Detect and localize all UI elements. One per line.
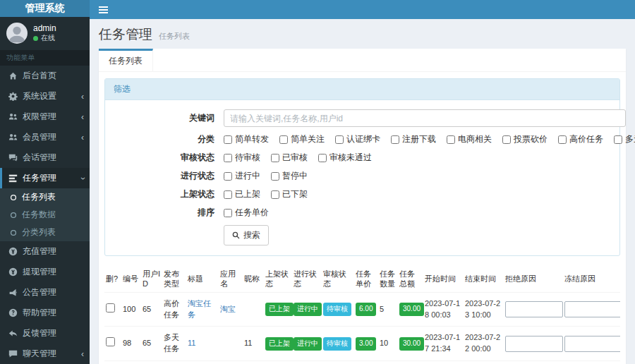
keyword-input[interactable] xyxy=(224,109,626,127)
sort-checkbox[interactable]: 任务单价 xyxy=(224,207,269,219)
sidebar-item-chat[interactable]: 聊天管理 ‹ xyxy=(0,344,90,364)
sidebar-toggle-button[interactable] xyxy=(90,0,117,19)
chevron-left-icon: ‹ xyxy=(81,112,84,122)
nickname xyxy=(243,292,264,327)
table-header-row: 删? 编号 用户ID 发布类型 标题 应用名 昵称 上架状态 进行状态 审核 xyxy=(104,266,620,292)
app-name-link[interactable]: 淘宝 xyxy=(220,305,236,313)
category-checkbox[interactable]: 投票砍价 xyxy=(502,133,548,145)
user-status: 在线 xyxy=(33,34,56,43)
sidebar-item-permissions[interactable]: 权限管理 ‹ xyxy=(0,107,90,127)
shelf-checkbox-group: 已上架 已下架 xyxy=(224,188,308,200)
shelf-status-badge: 已上架 xyxy=(265,337,294,351)
col-number: 编号 xyxy=(121,266,141,292)
table-row: 96 65 注册下载 测试下载任务 QQ 已上架 进行中 已审核 7.00 xyxy=(104,361,620,364)
tab-task-list[interactable]: 任务列表 xyxy=(99,49,153,71)
sidebar-item-members[interactable]: 会员管理 ‹ xyxy=(0,127,90,147)
app-name xyxy=(219,327,243,361)
keyword-label: 关键词 xyxy=(112,112,224,124)
online-dot-icon xyxy=(33,36,38,41)
table-row: 98 65 多天任务 11 11 已上架 进行中 待审核 3.00 xyxy=(104,327,620,361)
col-publish-type: 发布类型 xyxy=(162,266,186,292)
nickname: 11 xyxy=(243,327,264,361)
freeze-reason-input[interactable] xyxy=(564,301,620,317)
submenu-item-task-list[interactable]: 任务列表 xyxy=(0,188,90,206)
col-quantity: 任务数量 xyxy=(378,266,398,292)
progress-checkbox[interactable]: 暂停中 xyxy=(271,170,308,182)
chevron-left-icon: ‹ xyxy=(81,92,84,102)
col-freeze-reason: 冻结原因 xyxy=(563,266,620,292)
sidebar-item-recharge[interactable]: 充值管理 xyxy=(0,241,90,262)
sidebar-item-announcements[interactable]: 公告管理 xyxy=(0,282,90,303)
page-title: 任务管理 xyxy=(99,25,152,44)
sidebar-item-sessions[interactable]: 会话管理 xyxy=(0,147,90,168)
task-number: 100 xyxy=(121,292,141,327)
start-time: 2023-07-17 21:34 xyxy=(423,327,464,361)
chevron-down-icon: ‹ xyxy=(78,177,87,180)
shelf-checkbox[interactable]: 已上架 xyxy=(224,188,260,200)
task-title-link[interactable]: 11 xyxy=(188,339,195,347)
user-id: 65 xyxy=(141,361,162,364)
end-time: 2023-05-20 00:00 xyxy=(464,361,504,364)
page-subtitle: 任务列表 xyxy=(159,31,190,42)
submenu-item-category-list[interactable]: 分类列表 xyxy=(0,224,90,241)
freeze-reason-input[interactable] xyxy=(564,336,620,352)
submenu-item-task-data[interactable]: 任务数据 xyxy=(0,206,90,224)
start-time: 2023-07-18 00:03 xyxy=(423,292,464,327)
col-start-time: 开始时间 xyxy=(423,266,464,292)
end-time: 2023-07-22 00:00 xyxy=(464,327,504,361)
total-badge: 30.00 xyxy=(399,337,424,351)
sidebar-menu: 后台首页 系统设置 ‹ 权限管理 ‹ 会员管理 ‹ 会话管理 xyxy=(0,66,90,364)
reply-icon xyxy=(8,329,18,338)
category-checkbox-group: 简单转发 简单关注 认证绑卡 注册下载 电商相关 投票砍价 高价任务 多天任务 … xyxy=(224,133,635,145)
task-number: 98 xyxy=(121,327,141,361)
category-checkbox[interactable]: 注册下载 xyxy=(391,133,436,145)
category-checkbox[interactable]: 认证绑卡 xyxy=(335,133,380,145)
comments-icon xyxy=(8,153,18,162)
app-window: 管理系统 admin 在线 功能菜单 后台首页 xyxy=(0,0,635,364)
category-checkbox[interactable]: 简单关注 xyxy=(279,133,325,145)
category-checkbox[interactable]: 高价任务 xyxy=(558,133,603,145)
end-time: 2023-07-23 10:00 xyxy=(464,292,504,327)
category-checkbox[interactable]: 电商相关 xyxy=(447,133,492,145)
row-select-checkbox[interactable] xyxy=(106,303,115,313)
sidebar-section-label: 功能菜单 xyxy=(0,50,90,66)
category-checkbox[interactable]: 多天任务 xyxy=(614,133,635,145)
sidebar-item-tasks[interactable]: 任务管理 ‹ xyxy=(0,168,90,188)
audit-checkbox[interactable]: 审核未通过 xyxy=(318,152,372,164)
audit-checkbox[interactable]: 已审核 xyxy=(271,152,308,164)
users-icon xyxy=(8,133,18,142)
sidebar-item-home[interactable]: 后台首页 xyxy=(0,66,90,86)
quantity: 5 xyxy=(378,292,398,327)
page-header: 任务管理 任务列表 xyxy=(90,19,635,49)
col-progress-status: 进行状态 xyxy=(292,266,322,292)
sidebar-item-feedback[interactable]: 反馈管理 xyxy=(0,323,90,344)
reject-reason-input[interactable] xyxy=(505,301,563,317)
user-id: 65 xyxy=(141,327,162,361)
sort-checkbox-group: 任务单价 xyxy=(224,207,269,219)
col-shelf-status: 上架状态 xyxy=(264,266,292,292)
user-panel: admin 在线 xyxy=(0,17,90,50)
search-button[interactable]: 搜索 xyxy=(224,225,269,245)
task-title-link[interactable]: 淘宝任务 xyxy=(188,299,211,319)
sidebar-item-system-settings[interactable]: 系统设置 ‹ xyxy=(0,86,90,107)
sidebar-item-withdraw[interactable]: 提现管理 xyxy=(0,262,90,282)
row-select-checkbox[interactable] xyxy=(106,337,115,346)
publish-type: 多天任务 xyxy=(162,327,186,361)
category-checkbox[interactable]: 简单转发 xyxy=(224,133,269,145)
table-row: 100 65 高价任务 淘宝任务 淘宝 已上架 进行中 待审核 6.00 xyxy=(104,292,620,327)
quantity: 10 xyxy=(378,327,398,361)
filter-panel-header: 筛选 xyxy=(105,79,619,100)
col-unit-price: 任务单价 xyxy=(354,266,378,292)
col-nickname: 昵称 xyxy=(243,266,264,292)
total-badge: 30.00 xyxy=(399,303,424,316)
coin-icon xyxy=(8,267,18,277)
col-user-id: 用户ID xyxy=(141,266,162,292)
sidebar-item-help[interactable]: 帮助管理 xyxy=(0,303,90,323)
reject-reason-input[interactable] xyxy=(505,336,563,352)
progress-checkbox-group: 进行中 暂停中 xyxy=(224,170,308,182)
question-icon xyxy=(8,308,18,317)
progress-checkbox[interactable]: 进行中 xyxy=(224,170,260,182)
circle-o-icon xyxy=(10,194,17,201)
shelf-checkbox[interactable]: 已下架 xyxy=(271,188,308,200)
audit-checkbox[interactable]: 待审核 xyxy=(224,152,260,164)
